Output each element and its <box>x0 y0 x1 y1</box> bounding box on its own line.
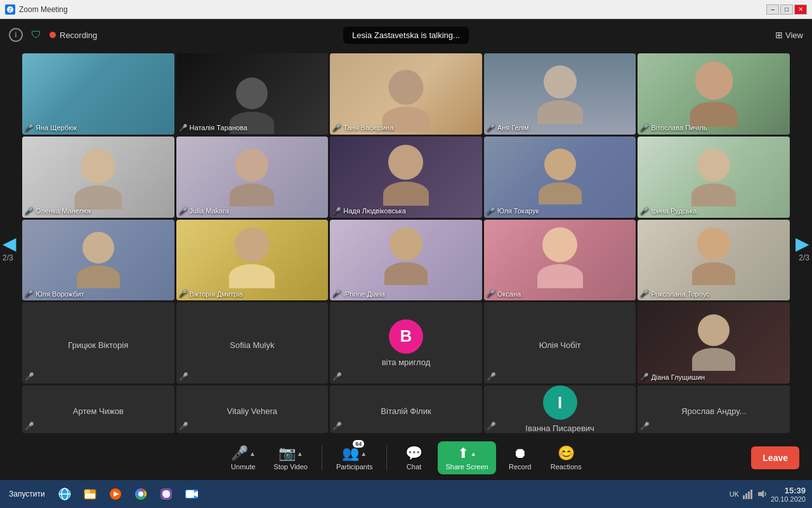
svg-rect-19 <box>750 490 752 499</box>
participant-name-20: 🎤 Діана Глущишин <box>640 373 705 381</box>
video-cell-14[interactable]: 🎤 Оксана <box>484 220 636 301</box>
taskbar-time: 15:39 <box>771 486 806 495</box>
video-button[interactable]: 📷 ▲ Stop Video <box>267 441 314 474</box>
video-cell-15[interactable]: 🎤 Роксолана Тороус <box>638 220 790 301</box>
mic-muted-icon-2: 🎤 <box>179 124 188 132</box>
video-cell-19[interactable]: Юлія Чобіт 🎤 <box>484 302 636 384</box>
window-controls[interactable]: – □ ✕ <box>766 4 807 15</box>
mic-muted-icon-21: 🎤 <box>25 422 34 431</box>
chat-icon: 💬 <box>405 445 422 462</box>
video-cell-6[interactable]: 🎤 Оленка Манелюк <box>22 137 174 218</box>
next-page-arrow[interactable]: ▶ <box>793 233 812 254</box>
taskbar-zoom-icon[interactable] <box>180 483 204 505</box>
video-cell-1[interactable]: 🎤 Яна Щербюк <box>22 53 174 135</box>
video-cell-18[interactable]: B віта мриглод 🎤 <box>330 302 482 384</box>
participant-name-7: 🎤 Julia Makara <box>179 207 229 215</box>
video-cell-16[interactable]: Грицюк Вікторія 🎤 <box>22 302 174 384</box>
taskbar-viber-icon[interactable] <box>154 483 178 505</box>
mic-muted-icon-22: 🎤 <box>179 422 188 431</box>
video-cell-8[interactable]: 🎤 Надя Людвіковська <box>330 137 482 218</box>
info-icon[interactable]: i <box>9 28 23 42</box>
video-cell-24[interactable]: І Іванна Писаревич 🎤 <box>484 385 636 433</box>
mic-muted-icon-11: 🎤 <box>25 290 34 298</box>
reactions-icon-row: 😊 <box>558 445 575 462</box>
taskbar-chrome-icon[interactable] <box>129 483 153 505</box>
video-cell-7[interactable]: 🎤 Julia Makara <box>176 137 329 218</box>
mic-muted-icon-16: 🎤 <box>25 372 34 381</box>
view-button[interactable]: ⊞ View <box>775 30 803 40</box>
video-cell-21[interactable]: Артем Чижов 🎤 <box>22 385 174 433</box>
record-label: Record <box>509 463 531 471</box>
participants-icon-row: 👥 64 ▲ <box>342 445 367 462</box>
top-bar: i 🛡 Recording Lesia Zastavetska is talki… <box>0 19 812 51</box>
recording-dot <box>49 32 56 38</box>
leave-button[interactable]: Leave <box>751 446 799 469</box>
taskbar-ie-icon[interactable] <box>53 483 77 505</box>
video-cell-12[interactable]: 🎤 Вікторія Дмитрів <box>176 220 329 301</box>
record-button[interactable]: ⏺ Record <box>501 441 539 474</box>
video-cell-5[interactable]: 🎤 Вітослава Пичіль <box>638 53 790 135</box>
mic-muted-icon-6: 🎤 <box>25 207 34 215</box>
video-cell-10[interactable]: 🎤 Ірина Рудська <box>638 137 790 218</box>
participant-name-10: 🎤 Ірина Рудська <box>640 207 697 215</box>
taskbar-media-icon[interactable] <box>103 483 128 505</box>
mic-muted-icon-13: 🎤 <box>332 290 341 298</box>
video-cell-25[interactable]: Ярослав Андру... 🎤 <box>638 385 790 433</box>
page-label-right: 2/3 <box>799 253 809 262</box>
video-cell-17[interactable]: Sofiia Mulyk 🎤 <box>176 302 329 384</box>
share-screen-button[interactable]: ⬆ ▲ Share Screen <box>438 441 495 474</box>
participant-name-8: 🎤 Надя Людвіковська <box>332 207 406 215</box>
mic-muted-icon-18: 🎤 <box>332 372 342 381</box>
participant-name-1: 🎤 Яна Щербюк <box>25 124 77 132</box>
video-grid: 🎤 Яна Щербюк 🎤 Наталія Таранова <box>22 51 790 436</box>
video-cell-23[interactable]: Віталій Філик 🎤 <box>330 385 482 433</box>
video-cell-4[interactable]: 🎤 Аня Гелім <box>484 53 636 135</box>
mic-muted-icon-15: 🎤 <box>640 290 649 298</box>
mic-muted-icon-17: 🎤 <box>179 372 188 381</box>
prev-page-arrow[interactable]: ◀ <box>0 233 19 254</box>
participant-name-22: Vitaliy Vehera <box>225 406 280 416</box>
mic-muted-icon-3: 🎤 <box>332 124 341 132</box>
video-cell-11[interactable]: 🎤 Юля Ворожбит <box>22 220 174 301</box>
maximize-button[interactable]: □ <box>780 4 793 15</box>
video-cell-3[interactable]: 🎤 Таня Васюрина <box>330 53 482 135</box>
participant-name-9: 🎤 Юля Токарук <box>487 207 539 215</box>
mic-muted-icon-9: 🎤 <box>487 207 495 215</box>
participants-icon: 👥 64 <box>342 445 359 462</box>
participant-name-15: 🎤 Роксолана Тороус <box>640 290 709 298</box>
participant-name-6: 🎤 Оленка Манелюк <box>25 207 91 215</box>
mic-muted-icon-23: 🎤 <box>332 422 342 431</box>
mute-label: Unmute <box>231 463 256 471</box>
participant-name-17: Sofiia Mulyk <box>227 340 277 350</box>
mic-muted-icon-25: 🎤 <box>640 422 650 431</box>
shield-icon: 🛡 <box>29 28 43 42</box>
minimize-button[interactable]: – <box>766 4 779 15</box>
video-cell-2[interactable]: 🎤 Наталія Таранова <box>176 53 329 135</box>
top-bar-left: i 🛡 Recording <box>9 28 97 42</box>
participant-name-16: Грицюк Вікторія <box>65 340 131 350</box>
record-icon: ⏺ <box>513 445 527 462</box>
video-cell-13[interactable]: 🎤 iPhone Діана <box>330 220 482 301</box>
toolbar: 🎤 ▲ Unmute 📷 ▲ Stop Video 👥 64 ▲ Partici… <box>0 436 812 480</box>
mic-muted-icon-19: 🎤 <box>487 372 496 381</box>
start-button[interactable]: Запустити <box>3 487 51 501</box>
mic-muted-icon-10: 🎤 <box>640 207 649 215</box>
svg-point-11 <box>138 491 143 497</box>
taskbar-explorer-icon[interactable] <box>78 483 102 505</box>
participant-name-2: 🎤 Наталія Таранова <box>179 124 247 132</box>
video-cell-22[interactable]: Vitaliy Vehera 🎤 <box>176 385 329 433</box>
chat-button[interactable]: 💬 Chat <box>395 441 433 474</box>
mute-icon-row: 🎤 ▲ <box>231 445 256 462</box>
video-cell-20[interactable]: 🎤 Діана Глущишин <box>638 302 790 384</box>
top-bar-right: ⊞ View <box>775 30 803 40</box>
svg-rect-16 <box>743 495 745 499</box>
taskbar-language: UK <box>730 490 739 498</box>
participants-button[interactable]: 👥 64 ▲ Participants <box>330 441 379 474</box>
share-label: Share Screen <box>445 463 488 471</box>
close-button[interactable]: ✕ <box>794 4 807 15</box>
reactions-label: Reactions <box>551 463 582 471</box>
video-cell-9[interactable]: 🎤 Юля Токарук <box>484 137 636 218</box>
reactions-button[interactable]: 😊 Reactions <box>544 441 588 474</box>
camera-icon: 📷 <box>278 445 296 462</box>
mute-button[interactable]: 🎤 ▲ Unmute <box>224 441 262 474</box>
